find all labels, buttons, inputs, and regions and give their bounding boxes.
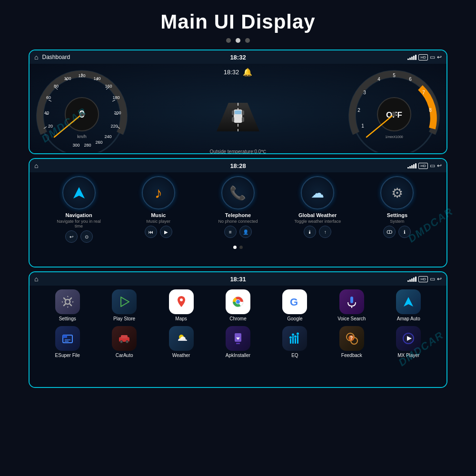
app-feedback[interactable]: ? Feedback bbox=[330, 326, 373, 358]
menu-item-weather[interactable]: ☁ Global Weather Toggle weather interfac… bbox=[291, 176, 344, 243]
app-settings[interactable]: Settings bbox=[46, 289, 89, 321]
svg-text:1/minX1000: 1/minX1000 bbox=[385, 135, 403, 139]
svg-text:260: 260 bbox=[95, 140, 102, 145]
svg-point-75 bbox=[127, 341, 128, 343]
signal-bar-4 bbox=[413, 56, 415, 60]
svg-text:?: ? bbox=[350, 336, 353, 341]
svg-point-86 bbox=[294, 336, 297, 338]
app-esuper[interactable]: ESuper File bbox=[46, 326, 89, 358]
dot-2[interactable] bbox=[236, 38, 240, 43]
apps-content: Settings Play Store Maps bbox=[30, 286, 446, 388]
app-voice[interactable]: Voice Search bbox=[330, 289, 373, 321]
apps-panel: ⌂ 18:31 HD ▭ ↩ Settings bbox=[29, 271, 447, 388]
menu-item-settings[interactable]: ⚙ Settings System ↀ ℹ bbox=[371, 176, 423, 243]
tel-btn-1[interactable]: ≡ bbox=[224, 226, 237, 238]
app-apkinstaller[interactable]: ApkInstaller bbox=[217, 326, 259, 358]
music-buttons: ⏮ ▶ bbox=[145, 226, 172, 238]
menu-dot-1[interactable] bbox=[233, 246, 237, 249]
dot-3[interactable] bbox=[245, 38, 250, 43]
svg-text:220: 220 bbox=[110, 124, 118, 129]
esuper-app-label: ESuper File bbox=[55, 353, 80, 358]
menu-item-telephone[interactable]: 📞 Telephone No phone connected ≡ 👤 bbox=[212, 176, 264, 243]
weather-btn-1[interactable]: 🌡 bbox=[304, 226, 316, 238]
home-icon-3[interactable]: ⌂ bbox=[34, 275, 38, 283]
svg-point-55 bbox=[65, 299, 70, 304]
back-icon-3[interactable]: ↩ bbox=[437, 276, 442, 282]
menu-content: Navigation Navigate for you in real time… bbox=[30, 172, 446, 268]
app-chrome[interactable]: Chrome bbox=[217, 289, 259, 321]
chrome-app-icon bbox=[226, 289, 250, 314]
svg-text:80: 80 bbox=[54, 84, 59, 89]
app-google[interactable]: G Google bbox=[273, 289, 316, 321]
svg-text:4: 4 bbox=[377, 77, 380, 82]
outside-temp: Outside temperature:0.0℃ bbox=[210, 148, 267, 154]
svg-rect-38 bbox=[232, 117, 234, 122]
app-weather[interactable]: Weather bbox=[160, 326, 203, 358]
feedback-app-icon: ? bbox=[339, 326, 364, 351]
svg-marker-65 bbox=[404, 297, 413, 307]
svg-point-85 bbox=[292, 334, 294, 336]
chrome-app-label: Chrome bbox=[229, 316, 247, 321]
svg-text:100: 100 bbox=[64, 76, 71, 81]
app-playstore[interactable]: Play Store bbox=[103, 289, 146, 321]
svg-point-20 bbox=[79, 112, 84, 117]
menu-item-music[interactable]: ♪ Music Music player ⏮ ▶ bbox=[132, 176, 185, 243]
weather-btn-2[interactable]: ↑ bbox=[319, 226, 331, 238]
settings-btn-2[interactable]: ℹ bbox=[398, 226, 411, 238]
weather-subtitle: Toggle weather interface bbox=[294, 219, 341, 224]
telephone-title: Telephone bbox=[225, 212, 251, 218]
svg-text:7: 7 bbox=[422, 90, 425, 95]
home-icon[interactable]: ⌂ bbox=[34, 53, 38, 61]
music-play[interactable]: ▶ bbox=[160, 226, 172, 238]
app-mxplayer[interactable]: MX Player bbox=[387, 326, 430, 358]
svg-marker-56 bbox=[121, 297, 129, 307]
voice-app-icon bbox=[339, 289, 364, 314]
app-eq[interactable]: EQ bbox=[273, 326, 316, 358]
nav-btn-2[interactable]: ⊙ bbox=[80, 230, 93, 243]
svg-rect-36 bbox=[232, 110, 234, 115]
home-icon-2[interactable]: ⌂ bbox=[34, 162, 38, 169]
speedometer: 20 40 60 80 100 120 140 160 180 200 220 … bbox=[34, 67, 129, 152]
panel3-right-icons: HD ▭ ↩ bbox=[407, 276, 442, 282]
playstore-app-icon bbox=[112, 289, 137, 314]
panel2-status-bar: ⌂ 18:28 HD ▭ ↩ bbox=[30, 159, 446, 172]
app-carauto[interactable]: CarAuto bbox=[103, 326, 146, 358]
svg-rect-63 bbox=[350, 297, 353, 303]
dot-1[interactable] bbox=[226, 38, 231, 43]
weather-title: Global Weather bbox=[298, 212, 337, 218]
svg-rect-81 bbox=[292, 336, 294, 344]
pagination-dots[interactable] bbox=[0, 38, 476, 43]
settings-icon-circle: ⚙ bbox=[380, 176, 414, 209]
svg-text:5: 5 bbox=[393, 73, 396, 78]
feedback-app-label: Feedback bbox=[341, 353, 362, 358]
music-icon-circle: ♪ bbox=[142, 176, 175, 209]
voice-app-label: Voice Search bbox=[337, 316, 366, 321]
app-amap[interactable]: Amap Auto bbox=[387, 289, 430, 321]
back-icon[interactable]: ↩ bbox=[437, 54, 442, 60]
svg-text:60: 60 bbox=[46, 95, 51, 100]
svg-rect-37 bbox=[242, 110, 244, 115]
svg-marker-54 bbox=[73, 187, 85, 198]
nav-btn-1[interactable]: ↩ bbox=[65, 230, 78, 243]
svg-point-87 bbox=[297, 333, 299, 335]
menu-pagination-dots[interactable] bbox=[233, 246, 243, 249]
amap-app-icon bbox=[396, 289, 421, 314]
app-maps[interactable]: Maps bbox=[160, 289, 203, 321]
back-icon-2[interactable]: ↩ bbox=[437, 162, 442, 169]
menu-item-navigation[interactable]: Navigation Navigate for you in real time… bbox=[53, 176, 105, 243]
svg-point-53 bbox=[392, 112, 397, 117]
menu-dot-2[interactable] bbox=[239, 246, 243, 249]
music-prev[interactable]: ⏮ bbox=[145, 226, 157, 238]
svg-text:240: 240 bbox=[104, 134, 111, 139]
settings-btn-1[interactable]: ↀ bbox=[383, 226, 396, 238]
svg-point-58 bbox=[180, 298, 183, 301]
tel-btn-2[interactable]: 👤 bbox=[239, 226, 252, 238]
google-app-label: Google bbox=[287, 316, 302, 321]
nav-title: Navigation bbox=[65, 212, 92, 218]
playstore-app-label: Play Store bbox=[113, 316, 135, 321]
svg-rect-39 bbox=[242, 117, 244, 122]
apps-row-1: Settings Play Store Maps bbox=[39, 289, 437, 321]
svg-line-23 bbox=[49, 100, 51, 101]
signal-bar-5 bbox=[415, 55, 416, 60]
rpm-gauge: 1 2 3 4 5 6 7 8 1/minX1000 OFF bbox=[347, 67, 442, 152]
